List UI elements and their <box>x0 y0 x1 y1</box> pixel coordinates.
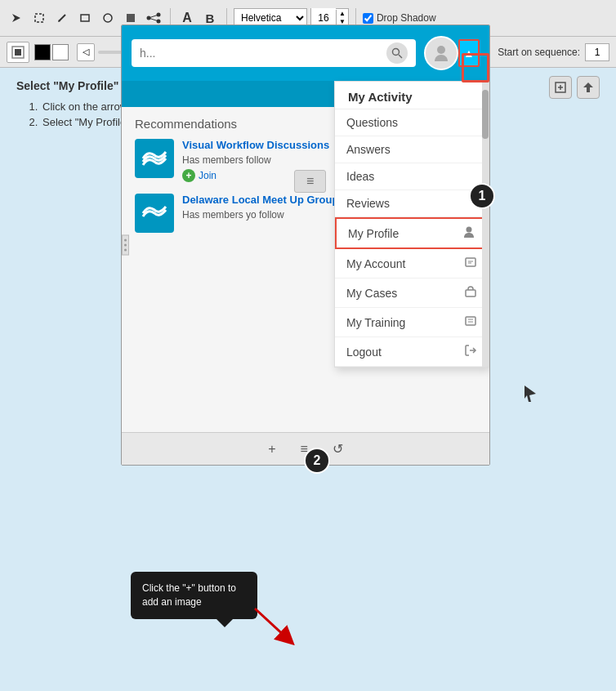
arrow-tool-icon[interactable] <box>7 8 26 28</box>
dropdown-item-answers[interactable]: Answers <box>335 136 489 163</box>
svg-rect-26 <box>466 317 475 325</box>
svg-line-31 <box>255 609 288 639</box>
search-input[interactable] <box>140 47 382 60</box>
svg-line-10 <box>149 15 158 18</box>
svg-point-18 <box>393 49 400 56</box>
mytraining-icon <box>464 314 477 330</box>
svg-point-5 <box>104 14 112 22</box>
cursor <box>524 386 536 406</box>
fill-color-btn[interactable] <box>34 44 51 60</box>
pencil-tool-icon[interactable] <box>52 8 72 28</box>
selection-tool-icon[interactable] <box>29 8 49 28</box>
dropdown-item-ideas[interactable]: Ideas <box>335 163 489 190</box>
callout-tooltip: Click the "+" button to add an image <box>131 572 257 619</box>
rec-info-2: Delaware Local Meet Up Group Has members… <box>182 194 338 221</box>
svg-line-19 <box>399 55 402 58</box>
svg-line-2 <box>59 15 65 21</box>
start-sequence-container: Start on sequence: <box>498 43 609 61</box>
bottom-plus-btn[interactable]: + <box>261 439 282 460</box>
circle-tool-icon[interactable] <box>98 8 118 28</box>
browser-window: ▲ Recommendations <box>121 25 490 466</box>
mycases-icon <box>464 285 477 301</box>
dropdown-item-myaccount[interactable]: My Account <box>335 249 489 279</box>
svg-rect-1 <box>35 14 43 22</box>
rec-desc-1: Has members follow <box>182 154 329 166</box>
svg-rect-13 <box>15 49 21 56</box>
instructions-title: Select "My Profile" <box>16 79 118 92</box>
logout-icon <box>464 344 477 359</box>
svg-marker-0 <box>12 14 20 22</box>
stroke-color-btn[interactable] <box>52 44 69 60</box>
browser-header: ▲ <box>122 25 489 81</box>
callout-arrow <box>216 619 233 627</box>
rectangle-tool-icon[interactable] <box>75 8 95 28</box>
opacity-left-btn[interactable]: ◁ <box>77 43 95 61</box>
export-btn[interactable] <box>577 76 600 99</box>
myprofile-icon <box>462 225 475 241</box>
user-menu-trigger[interactable]: ▲ <box>424 36 480 70</box>
myaccount-icon <box>464 256 477 271</box>
scrollbar[interactable] <box>482 82 489 367</box>
hamburger-handle[interactable]: ≡ <box>294 170 326 193</box>
dropdown-item-logout[interactable]: Logout <box>335 337 489 367</box>
left-resize-handle[interactable] <box>122 235 129 256</box>
join-plus-icon-1: + <box>182 169 195 182</box>
dropdown-item-mytraining[interactable]: My Training <box>335 308 489 337</box>
rec-logo-1 <box>135 139 174 178</box>
dropdown-menu: My Activity Questions Answers Ideas Revi… <box>334 81 489 368</box>
start-sequence-input[interactable] <box>585 43 609 61</box>
svg-point-21 <box>466 227 472 233</box>
stroke-preview-btn[interactable] <box>7 42 29 63</box>
drop-shadow-checkbox[interactable] <box>363 13 373 24</box>
svg-marker-32 <box>524 386 536 402</box>
svg-rect-25 <box>466 290 475 296</box>
dropdown-item-questions[interactable]: Questions <box>335 109 489 136</box>
dropdown-item-mycases[interactable]: My Cases <box>335 279 489 308</box>
rec-title-1[interactable]: Visual Workflow Discussions <box>182 139 329 153</box>
search-icon[interactable] <box>386 42 408 64</box>
svg-marker-17 <box>583 82 593 92</box>
svg-line-11 <box>149 18 158 21</box>
top-action-icons <box>549 76 600 99</box>
svg-rect-6 <box>127 14 135 22</box>
drop-shadow-label[interactable]: Drop Shadow <box>363 12 436 24</box>
dropdown-arrow-btn[interactable]: ▲ <box>458 39 480 67</box>
red-arrow <box>247 604 296 645</box>
avatar <box>424 36 458 70</box>
browser-search-bar[interactable] <box>132 39 416 67</box>
dropdown-item-reviews[interactable]: Reviews <box>335 190 489 217</box>
svg-rect-22 <box>466 258 475 266</box>
svg-point-20 <box>437 46 445 54</box>
step-badge-1: 1 <box>469 183 495 209</box>
rec-title-2[interactable]: Delaware Local Meet Up Group <box>182 194 338 207</box>
dropdown-item-myprofile[interactable]: My Profile <box>335 217 489 249</box>
add-note-btn[interactable] <box>549 76 572 99</box>
font-size-up-btn[interactable]: ▲ <box>337 10 348 18</box>
rec-desc-2: Has members yo follow <box>182 209 338 221</box>
dropdown-section-header: My Activity <box>335 82 489 109</box>
rec-logo-2 <box>135 194 174 233</box>
svg-rect-4 <box>81 15 89 21</box>
scrollbar-thumb[interactable] <box>482 90 489 139</box>
step-badge-2: 2 <box>304 448 330 474</box>
